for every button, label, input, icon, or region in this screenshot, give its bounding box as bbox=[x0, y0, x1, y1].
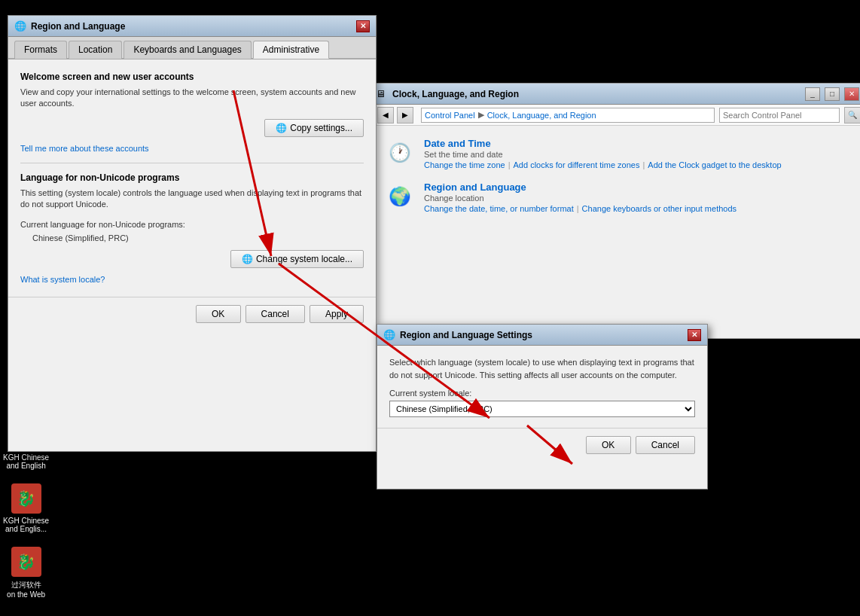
region-dialog-titlebar: 🌐 Region and Language ✕ bbox=[8, 16, 376, 37]
kgh1-label: KGH Chineseand English bbox=[3, 453, 49, 470]
maximize-button[interactable]: □ bbox=[825, 87, 840, 101]
breadcrumb: Control Panel ▶ Clock, Language, and Reg… bbox=[421, 108, 715, 123]
search-button[interactable]: 🔍 bbox=[844, 107, 860, 124]
date-time-section: 🕐 Date and Time Set the time and date Ch… bbox=[385, 138, 850, 169]
region-apply-button[interactable]: Apply bbox=[310, 305, 364, 323]
copy-settings-button[interactable]: 🌐 Copy settings... bbox=[264, 119, 364, 137]
desktop-icon-kgh2[interactable]: 🐉 KGH Chineseand Englis... bbox=[0, 477, 52, 539]
settings-popup-footer: OK Cancel bbox=[377, 428, 707, 462]
locale-dropdown[interactable]: Chinese (Simplified, PRC) bbox=[389, 401, 695, 417]
region-dialog-title: Region and Language bbox=[31, 21, 352, 32]
popup-ok-button[interactable]: OK bbox=[586, 436, 631, 454]
breadcrumb-control-panel[interactable]: Control Panel bbox=[425, 111, 475, 120]
region-dialog-icon: 🌐 bbox=[14, 20, 26, 32]
copy-settings-icon: 🌐 bbox=[276, 123, 287, 133]
desktop-icon-guohe[interactable]: 🐉 过河软件on the Web bbox=[0, 541, 52, 605]
date-time-links: Change the time zone | Add clocks for di… bbox=[424, 160, 850, 169]
tab-administrative[interactable]: Administrative bbox=[253, 41, 329, 59]
minimize-button[interactable]: _ bbox=[805, 87, 820, 101]
add-clocks-link[interactable]: Add clocks for different time zones bbox=[514, 160, 640, 169]
settings-popup: 🌐 Region and Language Settings ✕ Select … bbox=[377, 324, 708, 489]
tab-formats[interactable]: Formats bbox=[14, 41, 67, 59]
date-time-desc: Set the time and date bbox=[424, 150, 850, 159]
breadcrumb-clock[interactable]: Clock, Language, and Region bbox=[487, 111, 596, 120]
change-locale-label: Change system locale... bbox=[256, 254, 352, 264]
control-panel-titlebar: 🖥 Clock, Language, and Region _ □ ✕ bbox=[370, 84, 860, 105]
forward-button[interactable]: ▶ bbox=[397, 107, 413, 124]
change-date-format-link[interactable]: Change the date, time, or number format bbox=[424, 204, 574, 213]
control-panel-title: Clock, Language, and Region bbox=[392, 89, 801, 99]
kgh2-label: KGH Chineseand Englis... bbox=[3, 517, 49, 533]
region-dialog-tabs: Formats Location Keyboards and Languages… bbox=[8, 37, 376, 59]
copy-settings-label: Copy settings... bbox=[290, 123, 352, 133]
welcome-text: View and copy your international setting… bbox=[20, 87, 364, 110]
control-panel-window: 🖥 Clock, Language, and Region _ □ ✕ ◀ ▶ … bbox=[369, 83, 860, 339]
locale-select-wrapper: Chinese (Simplified, PRC) bbox=[389, 401, 695, 417]
change-system-locale-button[interactable]: 🌐 Change system locale... bbox=[230, 250, 364, 268]
region-language-dialog: 🌐 Region and Language ✕ Formats Location… bbox=[8, 15, 377, 452]
guohe-label: 过河软件on the Web bbox=[7, 580, 45, 599]
change-timezone-link[interactable]: Change the time zone bbox=[424, 160, 505, 169]
popup-cancel-button[interactable]: Cancel bbox=[636, 436, 695, 454]
region-title[interactable]: Region and Language bbox=[424, 181, 526, 193]
region-dialog-footer: OK Cancel Apply bbox=[8, 297, 376, 331]
region-content: Region and Language Change location Chan… bbox=[424, 181, 850, 213]
region-ok-button[interactable]: OK bbox=[196, 305, 241, 323]
region-icon: 🌍 bbox=[385, 181, 415, 212]
change-locale-icon: 🌐 bbox=[242, 254, 253, 264]
back-button[interactable]: ◀ bbox=[377, 107, 394, 124]
cp-close-button[interactable]: ✕ bbox=[844, 87, 859, 101]
region-desc: Change location bbox=[424, 194, 850, 203]
date-time-icon: 🕐 bbox=[385, 138, 415, 168]
change-keyboards-link[interactable]: Change keyboards or other input methods bbox=[582, 204, 736, 213]
settings-popup-desc: Select which language (system locale) to… bbox=[389, 356, 695, 381]
settings-popup-titlebar: 🌐 Region and Language Settings ✕ bbox=[377, 325, 707, 346]
region-language-section: 🌍 Region and Language Change location Ch… bbox=[385, 181, 850, 213]
kgh2-icon: 🐉 bbox=[11, 483, 41, 514]
region-dialog-content: Welcome screen and new user accounts Vie… bbox=[8, 59, 376, 297]
sep1: | bbox=[508, 160, 511, 169]
guohe-icon: 🐉 bbox=[11, 547, 41, 577]
language-text: This setting (system locale) controls th… bbox=[20, 188, 364, 211]
current-system-locale-label: Current system locale: bbox=[389, 389, 695, 398]
settings-popup-content: Select which language (system locale) to… bbox=[377, 346, 707, 428]
address-bar: ◀ ▶ Control Panel ▶ Clock, Language, and… bbox=[370, 105, 860, 126]
settings-popup-close[interactable]: ✕ bbox=[688, 329, 701, 341]
tab-keyboards-languages[interactable]: Keyboards and Languages bbox=[124, 41, 251, 59]
search-input[interactable] bbox=[719, 108, 840, 123]
add-clock-gadget-link[interactable]: Add the Clock gadget to the desktop bbox=[648, 160, 781, 169]
tell-me-link[interactable]: Tell me more about these accounts bbox=[20, 144, 149, 153]
welcome-heading: Welcome screen and new user accounts bbox=[20, 72, 364, 82]
tab-location[interactable]: Location bbox=[69, 41, 122, 59]
date-time-content: Date and Time Set the time and date Chan… bbox=[424, 138, 850, 169]
date-time-title[interactable]: Date and Time bbox=[424, 138, 491, 149]
current-locale-value: Chinese (Simplified, PRC) bbox=[32, 233, 364, 242]
nav-left: ◀ ▶ bbox=[374, 107, 416, 124]
language-heading: Language for non-Unicode programs bbox=[20, 172, 364, 183]
breadcrumb-sep1: ▶ bbox=[478, 110, 484, 120]
region-cancel-button[interactable]: Cancel bbox=[245, 305, 305, 323]
settings-popup-icon: 🌐 bbox=[383, 329, 395, 340]
sep2: | bbox=[642, 160, 645, 169]
current-label: Current language for non-Unicode program… bbox=[20, 220, 364, 229]
cp-content: 🕐 Date and Time Set the time and date Ch… bbox=[370, 126, 860, 225]
region-links: Change the date, time, or number format … bbox=[424, 204, 850, 213]
region-dialog-close[interactable]: ✕ bbox=[356, 20, 370, 32]
settings-popup-title: Region and Language Settings bbox=[400, 330, 683, 340]
divider1 bbox=[20, 163, 364, 163]
control-panel-icon: 🖥 bbox=[376, 88, 388, 100]
what-is-locale-link[interactable]: What is system locale? bbox=[20, 275, 105, 284]
sep3: | bbox=[577, 204, 579, 213]
